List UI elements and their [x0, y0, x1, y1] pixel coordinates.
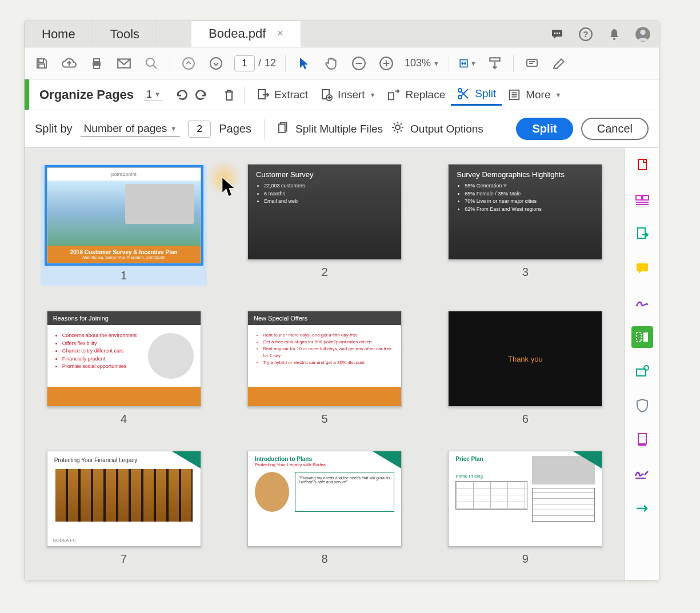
thumb-number: 6: [522, 412, 529, 426]
more-icon: [507, 88, 521, 102]
extract-button[interactable]: Extract: [250, 85, 314, 105]
comment-bubble-icon[interactable]: [548, 25, 566, 43]
split-by-label: Split by: [35, 122, 73, 135]
files-icon: [277, 121, 290, 137]
svg-point-3: [559, 32, 561, 34]
svg-rect-33: [638, 159, 646, 170]
thumbnail-page-1[interactable]: point2point 2018 Customer Survey & Incen…: [41, 164, 207, 286]
thumbnail-page-4[interactable]: Reasons for Joining Concerns about the e…: [41, 311, 207, 426]
fill-sign-icon[interactable]: [631, 292, 653, 314]
svg-rect-39: [643, 332, 648, 342]
more-button[interactable]: More ▼: [502, 85, 567, 105]
comment-tool-icon[interactable]: [631, 258, 653, 279]
page-number-input[interactable]: [234, 55, 255, 71]
svg-point-15: [146, 58, 154, 66]
fit-width-icon[interactable]: ▼: [458, 54, 477, 73]
sign-tool-icon[interactable]: [631, 463, 653, 485]
zoom-out-icon[interactable]: [350, 54, 368, 73]
replace-button[interactable]: Replace: [382, 85, 451, 105]
svg-point-1: [554, 32, 556, 34]
tab-tools[interactable]: Tools: [93, 21, 157, 47]
thumbnail-page-5[interactable]: New Special Offers Rent four or more day…: [241, 311, 407, 426]
app-window: Home Tools Bodea.pdf × ?: [24, 21, 659, 580]
svg-point-16: [183, 58, 194, 69]
svg-rect-9: [39, 59, 43, 62]
organize-active-indicator: [25, 79, 29, 110]
rotate-right-icon[interactable]: [191, 86, 210, 104]
split-count-input[interactable]: [188, 121, 211, 138]
thumb-number: 5: [321, 412, 327, 426]
svg-point-17: [210, 58, 222, 69]
split-tool-button[interactable]: Split: [451, 83, 502, 106]
svg-rect-21: [490, 58, 499, 61]
save-icon[interactable]: [33, 54, 51, 73]
sticky-note-icon[interactable]: [523, 54, 541, 73]
pages-suffix-label: Pages: [219, 122, 251, 135]
rotate-left-icon[interactable]: [173, 86, 191, 104]
print-icon[interactable]: [87, 54, 106, 73]
thumbnail-page-7[interactable]: Protecting Your Financial Legacy BODEA F…: [41, 451, 207, 566]
page-range-dropdown[interactable]: 1▼: [144, 89, 163, 101]
compress-tool-icon[interactable]: [631, 429, 653, 451]
redact-tool-icon[interactable]: [631, 360, 653, 382]
page-up-icon[interactable]: [179, 54, 198, 73]
thumbnail-page-8[interactable]: Introduction to Plans Protecting Your Le…: [241, 451, 407, 566]
right-tool-rail: [625, 148, 659, 580]
organize-title: Organize Pages: [39, 87, 134, 102]
close-icon[interactable]: ×: [277, 27, 283, 39]
pointer-icon[interactable]: [295, 54, 313, 73]
more-tools-arrow-icon[interactable]: [631, 498, 653, 519]
organize-pages-tool-icon[interactable]: [631, 326, 653, 348]
help-icon[interactable]: ?: [577, 25, 595, 43]
page-down-icon[interactable]: [207, 54, 225, 73]
zoom-level-dropdown[interactable]: 103%▼: [405, 57, 439, 69]
svg-rect-36: [638, 228, 645, 238]
insert-icon: [319, 88, 333, 102]
protect-tool-icon[interactable]: [631, 395, 653, 416]
split-button[interactable]: Split: [516, 118, 573, 140]
cloud-upload-icon[interactable]: [60, 54, 78, 73]
insert-button[interactable]: Insert ▼: [314, 85, 381, 105]
output-options-button[interactable]: Output Options: [391, 121, 483, 137]
mail-icon[interactable]: [115, 54, 133, 73]
svg-point-2: [557, 32, 558, 34]
export-pdf-icon[interactable]: [631, 223, 653, 245]
svg-point-8: [640, 29, 645, 34]
svg-rect-42: [638, 434, 646, 444]
scissors-icon: [457, 87, 470, 101]
split-multiple-files-button[interactable]: Split Multiple Files: [277, 121, 383, 137]
svg-rect-13: [94, 65, 99, 69]
thumb-number: 7: [121, 552, 127, 566]
cancel-button[interactable]: Cancel: [581, 118, 649, 140]
highlight-pen-icon[interactable]: [550, 54, 569, 73]
thumb-number: 2: [321, 266, 327, 279]
thumbnail-page-3[interactable]: Survey Demographics Highlights55% Genera…: [442, 164, 609, 286]
thumbnail-page-6[interactable]: Thank you 6: [442, 311, 609, 426]
thumb-number: 4: [121, 412, 127, 426]
tab-home[interactable]: Home: [25, 21, 93, 47]
bell-icon[interactable]: [605, 25, 623, 43]
main-toolbar: / 12 103%▼ ▼: [25, 47, 659, 79]
trash-icon[interactable]: [220, 86, 238, 104]
search-icon[interactable]: [142, 54, 161, 73]
page-display-icon[interactable]: [486, 54, 504, 73]
page-sep: /: [258, 57, 261, 69]
extract-icon: [256, 88, 270, 102]
total-pages: 12: [265, 57, 276, 69]
thumbnail-page-9[interactable]: Price Plan Prime Pricing 9: [442, 451, 609, 566]
combine-files-icon[interactable]: [631, 189, 653, 211]
svg-point-32: [395, 125, 400, 130]
svg-text:?: ?: [583, 29, 588, 39]
thumbnail-page-2[interactable]: Customer Survey22,003 customers6 monthsE…: [241, 164, 407, 286]
svg-rect-40: [637, 369, 646, 376]
create-pdf-icon[interactable]: [631, 155, 653, 177]
tab-document[interactable]: Bodea.pdf ×: [191, 21, 301, 47]
split-mode-dropdown[interactable]: Number of pages▼: [81, 121, 181, 137]
zoom-in-icon[interactable]: [377, 54, 395, 73]
organize-pages-bar: Organize Pages 1▼ Extract Insert ▼ Repla…: [25, 79, 659, 110]
replace-icon: [387, 88, 401, 102]
svg-rect-12: [94, 59, 99, 62]
hand-pan-icon[interactable]: [322, 54, 341, 73]
thumbnail-grid[interactable]: point2point 2018 Customer Survey & Incen…: [25, 148, 625, 580]
user-avatar-icon[interactable]: [634, 25, 652, 43]
